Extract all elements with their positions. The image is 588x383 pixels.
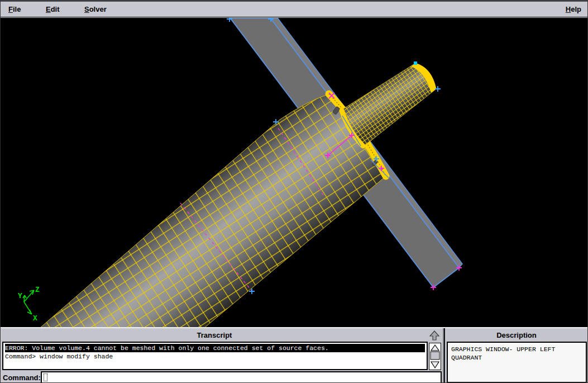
menu-solver[interactable]: Solver — [84, 5, 107, 13]
transcript-expand-button[interactable] — [427, 329, 442, 342]
scrollbar-thumb[interactable] — [431, 352, 439, 360]
menu-bar: File Edit Solver Help — [1, 1, 588, 17]
transcript-line-error: ERROR: Volume volume.4 cannot be meshed … — [5, 344, 425, 352]
description-title: Description — [496, 331, 537, 339]
axis-triad: Z X Y — [18, 286, 40, 323]
application-window: File Edit Solver Help — [0, 0, 588, 383]
up-arrow-icon — [430, 331, 439, 340]
description-line-2: QUADRANT — [451, 353, 582, 362]
axis-label-y: Y — [18, 292, 22, 300]
transcript-title: Transcript — [197, 331, 232, 339]
description-panel: Description GRAPHICS WINDOW- UPPER LEFT … — [446, 328, 588, 383]
command-input-wrap — [41, 371, 442, 383]
description-text: GRAPHICS WINDOW- UPPER LEFT QUADRANT — [447, 342, 587, 383]
axis-label-z: Z — [35, 286, 40, 294]
transcript-line-command: Command> window modify shade — [5, 352, 425, 361]
transcript-log[interactable]: ERROR: Volume volume.4 cannot be meshed … — [2, 342, 428, 370]
menu-edit[interactable]: Edit — [46, 5, 60, 13]
description-line-1: GRAPHICS WINDOW- UPPER LEFT — [451, 345, 582, 353]
command-row: Command: — [1, 371, 443, 383]
graphics-viewport[interactable]: Z X Y — [1, 18, 588, 327]
axis-label-x: X — [33, 314, 37, 323]
transcript-header: Transcript — [2, 329, 427, 342]
command-label: Command: — [3, 373, 41, 382]
meshed-cylinder-large[interactable] — [40, 94, 386, 327]
meshed-cylinder-small[interactable] — [341, 63, 436, 146]
transcript-scrollbar[interactable] — [429, 343, 441, 370]
command-input[interactable] — [42, 372, 441, 383]
panel-divider — [443, 328, 445, 383]
menu-file[interactable]: File — [8, 5, 21, 13]
menu-help[interactable]: Help — [566, 5, 581, 13]
scene-3d: Z X Y — [1, 18, 588, 327]
bottom-panels: Transcript ERROR: Volume volume.4 cannot… — [1, 327, 588, 383]
description-header: Description — [446, 329, 587, 342]
